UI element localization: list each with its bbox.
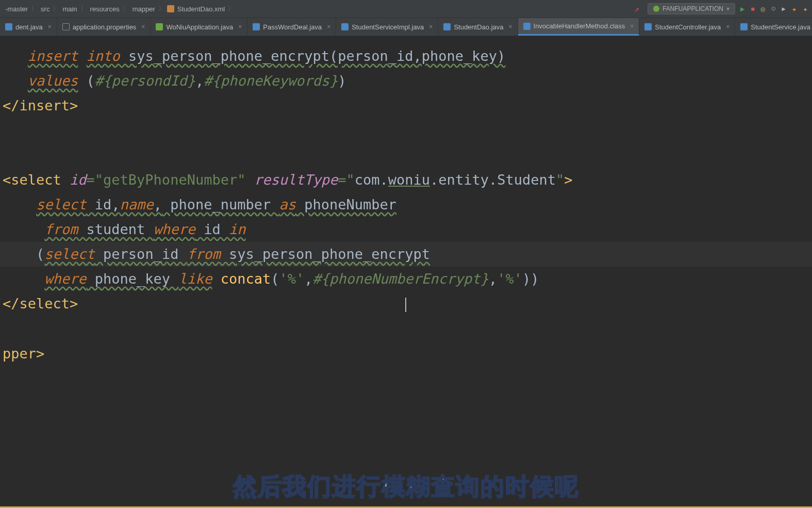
- java-icon: [644, 23, 652, 30]
- code-line[interactable]: [0, 317, 812, 341]
- breadcrumb[interactable]: -master〉 src〉 main〉 resources〉 mapper〉 S…: [4, 4, 632, 13]
- tab-application-properties[interactable]: application.properties×: [57, 18, 151, 36]
- breadcrumb-sep: 〉: [121, 4, 131, 13]
- play-secondary-icon[interactable]: ▶: [782, 5, 785, 12]
- code-line[interactable]: values (#{persondId},#{phoneKeywords}): [0, 69, 812, 93]
- target-icon[interactable]: ◎: [761, 5, 765, 13]
- code-line[interactable]: pper>: [0, 341, 812, 366]
- tab-student-service[interactable]: StudentService.java×: [735, 18, 812, 36]
- tab-password-deal[interactable]: PassWordDeal.java×: [247, 18, 336, 36]
- java-icon: [443, 23, 451, 30]
- code-line[interactable]: select id,name, phone_number as phoneNum…: [0, 192, 812, 217]
- close-icon[interactable]: ×: [724, 23, 730, 30]
- close-icon[interactable]: ×: [236, 23, 242, 30]
- spring-icon: [156, 23, 163, 30]
- close-icon[interactable]: ×: [139, 23, 145, 30]
- breadcrumb-item[interactable]: StudentDao.xml: [176, 5, 226, 13]
- toolbar-icons: ▶ ◼ ◎ ☺ ▶ ✦ ✦: [740, 4, 808, 14]
- stop-icon[interactable]: ◼: [751, 5, 754, 12]
- tab-student-dao[interactable]: StudentDao.java×: [438, 18, 518, 36]
- run-config-label: FANFUAPPLICATION: [662, 5, 723, 12]
- chevron-down-icon: ▾: [726, 5, 730, 12]
- breadcrumb-sep: 〉: [51, 4, 61, 13]
- code-line[interactable]: from student where id in: [0, 217, 812, 242]
- java-icon: [740, 23, 748, 30]
- java-icon: [341, 23, 349, 30]
- puzzle-icon-2[interactable]: ✦: [803, 4, 808, 14]
- text-cursor: [405, 298, 406, 312]
- close-icon[interactable]: ×: [325, 23, 330, 30]
- breadcrumb-item[interactable]: -master: [4, 5, 29, 13]
- code-line[interactable]: where phone_key like concat('%',#{phoneN…: [0, 267, 812, 291]
- editor-tabs: dent.java× application.properties× WoNiu…: [0, 18, 812, 36]
- video-subtitle: 然后我们进行模糊查询的时候呢: [233, 471, 579, 503]
- close-icon[interactable]: ×: [427, 23, 433, 30]
- run-configuration-dropdown[interactable]: FANFUAPPLICATION ▾: [648, 3, 735, 14]
- tab-student-service-impl[interactable]: StudentServiceImpl.java×: [336, 18, 438, 36]
- breadcrumb-item[interactable]: main: [61, 5, 78, 13]
- code-line[interactable]: <select id="getByPhoneNumber" resultType…: [0, 168, 812, 192]
- code-line[interactable]: [0, 118, 812, 143]
- tab-dent-java[interactable]: dent.java×: [0, 18, 57, 36]
- profile-icon[interactable]: ☺: [771, 5, 775, 13]
- close-icon[interactable]: ×: [507, 23, 512, 30]
- code-line[interactable]: </insert>: [0, 93, 812, 118]
- java-icon: [253, 23, 260, 30]
- tab-woniu-application[interactable]: WoNiuApplication.java×: [151, 18, 247, 36]
- properties-icon: [62, 23, 70, 30]
- tab-student-controller[interactable]: StudentController.java×: [639, 18, 735, 36]
- tab-invocable-handler-method[interactable]: InvocableHandlerMethod.class×: [518, 18, 640, 36]
- run-icon[interactable]: ▶: [740, 5, 744, 13]
- breadcrumb-sep: 〉: [226, 4, 237, 13]
- java-icon: [523, 23, 531, 30]
- breadcrumb-item[interactable]: src: [40, 5, 51, 13]
- breadcrumb-sep: 〉: [29, 4, 40, 13]
- puzzle-icon[interactable]: ✦: [792, 4, 797, 14]
- toolbar-right: ↗ FANFUAPPLICATION ▾ ▶ ◼ ◎ ☺ ▶ ✦ ✦: [632, 3, 808, 14]
- code-line[interactable]: </select>: [0, 291, 812, 316]
- close-icon[interactable]: ×: [46, 23, 52, 30]
- code-line[interactable]: [0, 143, 812, 168]
- breadcrumb-item[interactable]: resources: [89, 5, 121, 13]
- code-line-highlighted[interactable]: (select person_id from sys_person_phone_…: [0, 242, 812, 267]
- top-bar: -master〉 src〉 main〉 resources〉 mapper〉 S…: [0, 0, 812, 18]
- close-icon[interactable]: ×: [628, 23, 634, 30]
- scroll-to-top-icon[interactable]: ↗: [632, 4, 643, 14]
- breadcrumb-sep: 〉: [78, 4, 89, 13]
- breadcrumb-sep: 〉: [156, 4, 167, 13]
- xml-file-icon: [167, 5, 174, 12]
- breadcrumb-item[interactable]: mapper: [131, 5, 156, 13]
- code-editor[interactable]: insert into sys_person_phone_encrypt(per…: [0, 36, 812, 508]
- java-icon: [5, 23, 12, 30]
- spring-leaf-icon: [653, 6, 659, 12]
- code-line[interactable]: insert into sys_person_phone_encrypt(per…: [0, 44, 812, 69]
